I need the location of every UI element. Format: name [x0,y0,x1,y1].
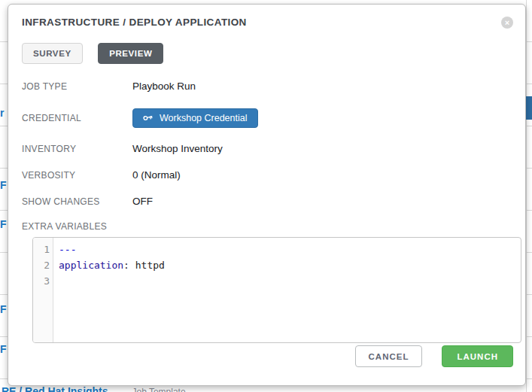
yaml-separator: : [123,260,129,271]
credential-label: CREDENTIAL [22,113,132,123]
yaml-value: httpd [129,260,165,271]
background-template-name: RE / Red Hat Insights [2,385,108,392]
yaml-key: application [59,260,123,271]
key-icon [141,111,155,126]
cancel-button[interactable]: CANCEL [355,345,423,367]
background-text-fragment: F [0,303,7,315]
credential-button-label: Workshop Credential [160,113,248,123]
code-line-2: application: httpd [59,257,521,273]
yaml-doc-marker: --- [59,244,76,255]
credential-row: CREDENTIAL Workshop Credential [22,108,512,128]
extra-variables-editor[interactable]: 1 2 3 --- application: httpd [32,237,521,343]
close-icon[interactable]: × [501,17,513,29]
code-line-3 [59,273,521,289]
job-type-row: JOB TYPE Playbook Run [22,81,512,92]
background-text-fragment: F [0,179,7,191]
tab-preview[interactable]: PREVIEW [98,43,163,64]
background-blue-element [525,96,532,120]
code-line-1: --- [59,242,521,257]
background-template-row: RE / Red Hat Insights Job Template [2,385,186,392]
background-template-type: Job Template [132,387,185,392]
show-changes-label: SHOW CHANGES [22,196,132,207]
tab-survey[interactable]: SURVEY [22,43,83,64]
credential-button[interactable]: Workshop Credential [132,108,258,128]
show-changes-row: SHOW CHANGES OFF [22,196,512,207]
job-type-label: JOB TYPE [22,81,132,92]
modal-header: INFRASTRUCTURE / DEPLOY APPLICATION × [22,17,512,28]
editor-code-area[interactable]: --- application: httpd [53,238,521,342]
verbosity-label: VERBOSITY [22,170,132,181]
deploy-application-modal: INFRASTRUCTURE / DEPLOY APPLICATION × SU… [8,4,526,386]
background-text-fragment: F [0,218,7,230]
inventory-value: Workshop Inventory [132,143,223,154]
background-left-sliver: r F F F F [0,0,8,392]
inventory-row: INVENTORY Workshop Inventory [22,143,512,154]
modal-footer: CANCEL LAUNCH [355,345,513,367]
line-number: 3 [33,273,53,289]
job-type-value: Playbook Run [132,81,196,92]
line-number: 2 [33,257,53,273]
verbosity-value: 0 (Normal) [132,169,181,181]
editor-line-number-gutter: 1 2 3 [33,238,53,342]
launch-button[interactable]: LAUNCH [442,345,513,367]
modal-title: INFRASTRUCTURE / DEPLOY APPLICATION [22,17,512,28]
verbosity-row: VERBOSITY 0 (Normal) [22,169,512,181]
inventory-label: INVENTORY [22,144,132,154]
background-text-fragment: r [0,107,4,119]
tab-bar: SURVEY PREVIEW [22,43,512,64]
show-changes-value: OFF [132,196,153,207]
extra-variables-label: EXTRA VARIABLES [22,221,512,232]
line-number: 1 [33,242,53,257]
background-text-fragment: F [0,343,7,355]
